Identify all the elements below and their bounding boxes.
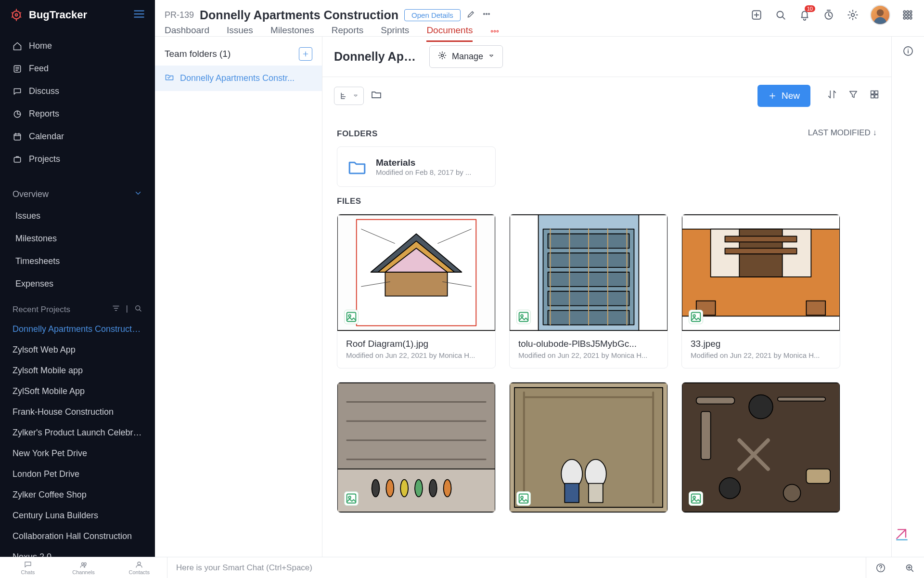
overview-issues[interactable]: Issues [0, 205, 155, 227]
svg-point-6 [136, 306, 140, 310]
team-folders-title: Team folders (1) [165, 49, 231, 59]
svg-point-106 [84, 563, 86, 565]
svg-point-82 [348, 496, 351, 499]
sort-icon[interactable] [827, 89, 837, 103]
svg-rect-5 [14, 157, 20, 162]
nav-home[interactable]: Home [0, 35, 155, 57]
svg-point-43 [348, 315, 351, 317]
timer-icon[interactable] [822, 8, 835, 22]
nav-feed[interactable]: Feed [0, 57, 155, 80]
team-folder-item[interactable]: Donnelly Apartments Constr... [155, 66, 322, 91]
file-thumbnail [682, 382, 840, 512]
svg-point-27 [441, 54, 444, 57]
documents-toolbar: New [322, 77, 891, 115]
grid-view-icon[interactable] [869, 89, 880, 103]
smart-chat-input[interactable]: Here is your Smart Chat (Ctrl+Space) [167, 557, 866, 578]
project-title: Donnelly Apartments Construction [200, 8, 398, 22]
help-icon[interactable] [866, 557, 895, 578]
svg-point-8 [486, 13, 488, 15]
caret-down-icon [488, 52, 495, 62]
search-icon[interactable] [774, 8, 787, 22]
recent-project-item[interactable]: Donnelly Apartments Construction [0, 319, 155, 340]
new-button[interactable]: New [757, 85, 810, 107]
recent-project-item[interactable]: Frank-House Construction [0, 402, 155, 422]
recent-project-item[interactable]: Zylsoft Web App [0, 340, 155, 360]
edit-icon[interactable] [466, 9, 476, 21]
view-selector[interactable] [334, 87, 364, 105]
svg-rect-64 [725, 248, 796, 254]
open-details-button[interactable]: Open Details [404, 9, 461, 21]
svg-point-14 [877, 9, 884, 16]
settings-icon[interactable] [846, 8, 860, 22]
recent-project-item[interactable]: ZylSoft Mobile App [0, 381, 155, 402]
file-card[interactable]: Roof Diagram(1).jpg Modified on Jun 22, … [337, 214, 496, 368]
bottom-tab-chats[interactable]: Chats [0, 557, 56, 578]
svg-rect-57 [519, 313, 528, 322]
folder-icon [165, 72, 174, 84]
team-folders-panel: Team folders (1) Donnelly Apartments Con… [155, 37, 322, 557]
bottom-tab-contacts[interactable]: Contacts [111, 557, 167, 578]
nav-reports[interactable]: Reports [0, 103, 155, 125]
collapse-menu-icon[interactable] [133, 8, 145, 22]
file-card[interactable]: tolu-olubode-PlBsJ5MybGc... Modified on … [509, 214, 668, 368]
recent-projects-list: Donnelly Apartments Construction Zylsoft… [0, 319, 155, 557]
file-card[interactable] [337, 382, 496, 513]
recent-project-item[interactable]: London Pet Drive [0, 464, 155, 485]
svg-point-11 [777, 11, 783, 17]
quick-add-icon[interactable] [750, 8, 763, 22]
recent-project-item[interactable]: Century Luna Builders [0, 505, 155, 526]
file-thumbnail [337, 382, 495, 512]
manage-button[interactable]: Manage [429, 45, 503, 68]
svg-point-93 [521, 496, 523, 499]
project-id: PR-139 [165, 10, 194, 20]
svg-point-13 [851, 13, 855, 17]
folder-card[interactable]: Materials Modified on Feb 8, 2017 by ... [337, 146, 496, 187]
svg-rect-96 [701, 411, 711, 459]
recent-project-item[interactable]: Nexus 2.0 [0, 547, 155, 557]
main: PR-139 Donnelly Apartments Construction … [155, 0, 924, 557]
nav-discuss[interactable]: Discuss [0, 80, 155, 103]
nav-projects[interactable]: Projects [0, 148, 155, 171]
topbar: PR-139 Donnelly Apartments Construction … [155, 0, 924, 37]
svg-rect-81 [347, 494, 356, 503]
overview-expenses[interactable]: Expenses [0, 273, 155, 295]
filter-icon[interactable] [112, 304, 120, 315]
nav-calendar[interactable]: Calendar [0, 125, 155, 148]
user-avatar[interactable] [870, 5, 890, 25]
image-type-icon [689, 310, 703, 324]
svg-point-77 [400, 480, 408, 497]
notifications-icon[interactable]: 10 [798, 8, 811, 22]
file-card[interactable] [509, 382, 668, 513]
recent-project-item[interactable]: Zylker Coffee Shop [0, 485, 155, 505]
svg-point-99 [719, 478, 741, 499]
overview-timesheets[interactable]: Timesheets [0, 250, 155, 273]
filter-funnel-icon[interactable] [848, 89, 859, 103]
overview-toggle[interactable]: Overview [0, 184, 155, 205]
add-folder-button[interactable] [299, 47, 312, 61]
assistant-button[interactable] [892, 525, 911, 544]
notification-badge: 10 [805, 5, 815, 12]
documents-area: Donnelly Apart... Manage [322, 37, 891, 557]
search-icon[interactable] [134, 304, 142, 315]
recent-project-item[interactable]: Zylker's Product Launch Celebration [0, 422, 155, 443]
info-icon[interactable] [902, 45, 914, 59]
recent-project-item[interactable]: Zylsoft Mobile app [0, 360, 155, 381]
brand: BugTracker [0, 0, 155, 30]
more-icon[interactable] [482, 9, 491, 21]
apps-icon[interactable] [901, 8, 914, 22]
folder-outline-icon[interactable] [371, 89, 382, 103]
svg-point-103 [693, 496, 695, 499]
svg-rect-95 [696, 397, 735, 404]
overview-milestones[interactable]: Milestones [0, 227, 155, 250]
sort-toggle[interactable]: LAST MODIFIED ↓ [808, 128, 877, 138]
folder-meta: Modified on Feb 8, 2017 by ... [376, 168, 471, 176]
svg-rect-37 [385, 272, 447, 296]
recent-project-item[interactable]: New York Pet Drive [0, 443, 155, 464]
svg-point-26 [497, 30, 499, 32]
file-card[interactable]: 33.jpeg Modified on Jun 22, 2021 by Moni… [681, 214, 840, 368]
bottom-tab-channels[interactable]: Channels [56, 557, 112, 578]
zoom-icon[interactable] [895, 557, 924, 578]
recent-project-item[interactable]: Collaboration Hall Construction [0, 526, 155, 547]
folders-heading: FOLDERS [337, 129, 378, 139]
file-card[interactable] [681, 382, 840, 513]
